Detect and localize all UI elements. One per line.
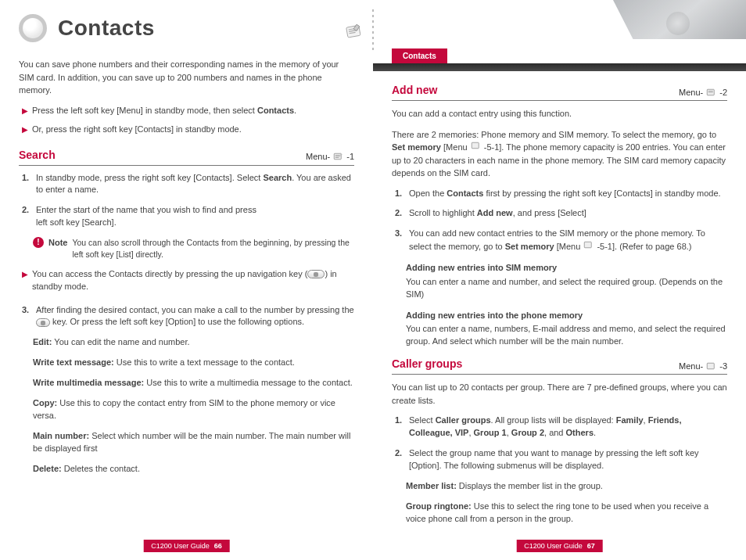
menu-path: Menu- -2 xyxy=(679,86,727,99)
list-item: 1.Select Caller groups. All group lists … xyxy=(395,415,727,440)
notepad-icon xyxy=(332,152,344,161)
section-addnew-head: Add new Menu- -2 xyxy=(392,82,727,101)
option-write-mms: Write multimedia message: Use this to wr… xyxy=(33,377,354,389)
bullet-item: ▶ You can access the Contacts directly b… xyxy=(22,268,354,293)
option-group-ringtone: Group ringtone: Use this to select the r… xyxy=(406,501,727,526)
list-item: 2.Select the group name that you want to… xyxy=(395,447,727,472)
menu-path: Menu- -3 xyxy=(679,360,727,373)
caller-steps: 1.Select Caller groups. All group lists … xyxy=(395,415,727,472)
svg-rect-4 xyxy=(707,363,714,369)
option-copy: Copy: Use this to copy the contact entry… xyxy=(33,397,354,422)
phone-subhead: Adding new entries into the phone memory xyxy=(406,309,727,322)
list-item: 3. After finding the desired contact, yo… xyxy=(22,304,354,329)
contacts-section-icon xyxy=(343,23,364,41)
option-edit: Edit: You can edit the name and number. xyxy=(33,336,354,349)
addnew-steps: 1.Open the Contacts first by pressing th… xyxy=(395,188,727,254)
sim-text: You can enter a name and number, and sel… xyxy=(406,276,727,301)
page-footer: C1200 User Guide 67 xyxy=(516,540,603,552)
intro-para: You can save phone numbers and their cor… xyxy=(19,58,354,97)
section-heading: Caller groups xyxy=(392,356,679,372)
section-search-head: Search Menu- -1 xyxy=(19,147,354,166)
page-title: Contacts xyxy=(58,16,155,41)
section-heading: Search xyxy=(19,147,306,163)
intro-text: You can save phone numbers and their cor… xyxy=(19,58,354,476)
call-key-icon xyxy=(36,318,50,327)
tab-contacts: Contacts xyxy=(392,48,447,63)
addnew-p1: You can add a contact entry using this f… xyxy=(392,107,727,120)
list-item: 1.Open the Contacts first by pressing th… xyxy=(395,188,727,200)
option-main-number: Main number: Select which number will be… xyxy=(33,430,354,455)
section-heading: Add new xyxy=(392,82,679,99)
notepad-icon xyxy=(583,240,594,249)
phone-text: You can enter a name, numbers, E-mail ad… xyxy=(406,323,727,348)
list-item: 3.You can add new contact entries to the… xyxy=(395,228,727,253)
list-item: 2.Scroll to highlight Add new, and press… xyxy=(395,207,727,220)
option-delete: Delete: Deletes the contact. xyxy=(33,463,354,476)
addnew-p2: There are 2 memories: Phone memory and S… xyxy=(392,128,727,180)
alert-icon: ! xyxy=(33,237,44,248)
arrow-icon: ▶ xyxy=(22,268,28,293)
list-item: 2. Enter the start of the name that you … xyxy=(22,204,354,229)
list-item: 1. In standby mode, press the right soft… xyxy=(22,172,354,197)
page-header: Contacts xyxy=(19,14,354,42)
note-callout: ! Note You can also scroll through the C… xyxy=(33,237,354,260)
page-number: 67 xyxy=(587,542,595,550)
svg-rect-3 xyxy=(585,242,592,249)
svg-rect-2 xyxy=(472,142,479,149)
note-text: You can also scroll through the Contacts… xyxy=(72,237,354,260)
note-label: Note xyxy=(48,237,67,260)
caller-p1: You can list up to 20 contacts per group… xyxy=(392,381,727,407)
page-number: 66 xyxy=(214,542,222,550)
nav-instructions: ▶ Press the left soft key [Menu] in stan… xyxy=(22,105,354,136)
nav-hint: ▶ You can access the Contacts directly b… xyxy=(22,268,354,293)
page-67: Contacts Add new Menu- -2 You can add a … xyxy=(373,0,746,560)
search-step-3: 3. After finding the desired contact, yo… xyxy=(22,304,354,329)
notepad-icon xyxy=(470,141,482,150)
notepad-icon xyxy=(705,88,717,97)
header-stripe xyxy=(373,63,746,71)
menu-path: Menu- -1 xyxy=(306,150,354,163)
nav-key-icon xyxy=(307,270,325,278)
sim-subhead: Adding new entries into SIM memory xyxy=(406,261,727,275)
page-footer: C1200 User Guide 66 xyxy=(143,540,230,552)
page-66: Contacts You can save phone numbers and … xyxy=(0,0,373,560)
tab-bar: Contacts xyxy=(392,48,727,63)
bullet-item: ▶ Or, press the right soft key [Contacts… xyxy=(22,124,354,136)
footer-label: C1200 User Guide xyxy=(151,542,210,550)
bullet-item: ▶ Press the left soft key [Menu] in stan… xyxy=(22,105,354,117)
ring-icon xyxy=(19,14,47,42)
option-write-text: Write text message: Use this to write a … xyxy=(33,357,354,369)
search-steps: 1. In standby mode, press the right soft… xyxy=(22,172,354,230)
section-caller-head: Caller groups Menu- -3 xyxy=(392,356,727,375)
footer-label: C1200 User Guide xyxy=(524,542,583,550)
notepad-icon xyxy=(705,361,717,371)
arrow-icon: ▶ xyxy=(22,105,28,117)
phone-photo xyxy=(613,0,746,39)
option-member-list: Member list: Displays the member list in… xyxy=(406,480,727,493)
arrow-icon: ▶ xyxy=(22,124,28,136)
